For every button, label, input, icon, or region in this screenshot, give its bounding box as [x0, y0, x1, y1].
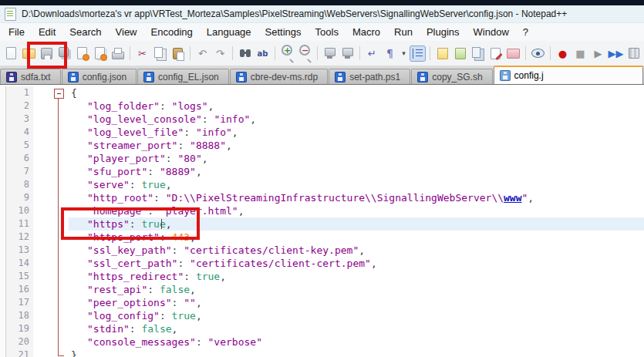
redo-button[interactable]: ↷	[212, 45, 228, 62]
menu-item-language[interactable]: Language	[200, 25, 258, 39]
tab-cbre-dev-ms-rdp[interactable]: cbre-dev-ms.rdp	[230, 69, 328, 84]
code-line-1[interactable]: 1{	[0, 86, 644, 99]
bookmark-margin[interactable]	[33, 322, 54, 335]
code-line-9[interactable]: 9"http_root": "D:\\PixelStreamingInfrast…	[0, 191, 644, 204]
code-text[interactable]: "sfu_port": "8889",	[69, 165, 644, 178]
cut-button[interactable]: ✂	[134, 45, 150, 62]
code-text[interactable]: "log_folder": "logs",	[69, 99, 644, 113]
code-text[interactable]: "ssl_cert_path": "certificates/client-ce…	[69, 257, 644, 270]
edit-document-panel-button[interactable]	[487, 45, 504, 62]
new-file-button[interactable]	[3, 45, 19, 62]
document-switcher-panel-button[interactable]	[470, 45, 486, 62]
code-text[interactable]: "log_config": true,	[69, 309, 644, 322]
code-text[interactable]: "ssl_key_path": "certificates/client-key…	[69, 244, 644, 257]
menu-item-run[interactable]: Run	[387, 25, 420, 39]
code-text[interactable]: "log_level_console": "info",	[69, 113, 644, 126]
code-line-18[interactable]: 18"log_config": true,	[0, 309, 644, 322]
fold-collapse-icon[interactable]	[54, 89, 64, 99]
bookmark-margin[interactable]	[33, 309, 54, 322]
replace-button[interactable]: ab	[255, 45, 271, 62]
bookmark-margin[interactable]	[33, 113, 54, 126]
code-line-4[interactable]: 4"log_level_file": "info",	[0, 126, 644, 139]
close-all-button[interactable]	[92, 45, 108, 62]
menu-item-edit[interactable]: Edit	[32, 25, 62, 39]
document-map-panel-button[interactable]	[452, 45, 468, 62]
bookmark-margin[interactable]	[33, 283, 54, 296]
code-text[interactable]: "stdin": false,	[69, 322, 644, 335]
copy-button[interactable]	[152, 45, 168, 62]
tab-set-path-ps1[interactable]: set-path.ps1	[329, 69, 410, 84]
bookmark-margin[interactable]	[33, 152, 54, 165]
code-text[interactable]: "console_messages": "verbose"	[69, 335, 644, 349]
file-monitoring-button[interactable]	[530, 45, 546, 62]
show-indent-guide-button[interactable]	[410, 45, 426, 62]
bookmark-margin[interactable]	[33, 217, 54, 231]
code-text[interactable]: "serve": true,	[69, 178, 644, 191]
bookmark-margin[interactable]	[33, 99, 54, 113]
menu-item-view[interactable]: View	[109, 25, 144, 39]
paste-button[interactable]	[170, 45, 186, 62]
code-line-15[interactable]: 15"https_redirect": true,	[0, 270, 644, 283]
menu-item-file[interactable]: File	[2, 25, 32, 39]
tab-copy-sg-sh[interactable]: copy_SG.sh	[411, 69, 492, 84]
zoom-out-button[interactable]: −	[297, 43, 313, 64]
code-text[interactable]: "rest_api": false,	[69, 283, 644, 296]
bookmark-margin[interactable]	[33, 257, 54, 270]
code-line-19[interactable]: 19"stdin": false,	[0, 322, 644, 335]
code-text[interactable]: "player_port": "80",	[69, 152, 644, 165]
menu-item-search[interactable]: Search	[62, 25, 108, 39]
bookmark-margin[interactable]	[33, 178, 54, 191]
menu-item-settings[interactable]: Settings	[258, 25, 309, 39]
show-all-characters-button[interactable]: ¶	[382, 45, 398, 62]
code-line-20[interactable]: 20"console_messages": "verbose"	[0, 335, 644, 349]
bookmark-margin[interactable]	[33, 244, 54, 257]
word-wrap-button[interactable]: ↵	[364, 45, 380, 62]
macro-run-multiple-button[interactable]: ▶▶	[608, 45, 624, 62]
bookmark-margin[interactable]	[33, 231, 54, 244]
menu-item-window[interactable]: Window	[467, 25, 516, 39]
bookmark-margin[interactable]	[33, 296, 54, 309]
macro-stop-button[interactable]: ■	[572, 45, 588, 62]
code-text[interactable]: "http_root": "D:\\PixelStreamingInfrastr…	[69, 191, 644, 204]
tab-sdfa-txt[interactable]: sdfa.txt	[0, 69, 61, 84]
menu-item-encoding[interactable]: Encoding	[144, 25, 200, 39]
show-symbol-menu-button[interactable]: ▾	[400, 45, 408, 62]
code-line-16[interactable]: 16"rest_api": false,	[0, 283, 644, 296]
code-text[interactable]: "log_level_file": "info",	[69, 126, 644, 139]
code-line-5[interactable]: 5"streamer_port": "8888",	[0, 139, 644, 152]
bookmark-margin[interactable]	[33, 335, 54, 349]
undo-button[interactable]: ↶	[194, 45, 211, 62]
code-line-2[interactable]: 2"log_folder": "logs",	[0, 99, 644, 113]
code-text[interactable]: "https_redirect": true,	[69, 270, 644, 283]
code-text[interactable]: "peer_options": "",	[69, 296, 644, 309]
tab-config-el-json[interactable]: config_EL.json	[137, 69, 229, 84]
code-line-13[interactable]: 13"ssl_key_path": "certificates/client-k…	[0, 244, 644, 257]
zoom-in-button[interactable]: +	[279, 43, 295, 64]
code-line-7[interactable]: 7"sfu_port": "8889",	[0, 165, 644, 178]
close-button[interactable]	[74, 45, 90, 62]
tab-config-j[interactable]: config.j	[494, 66, 643, 84]
bookmark-margin[interactable]	[33, 126, 54, 139]
bookmark-margin[interactable]	[33, 204, 54, 217]
sync-horizontal-scrolling-button[interactable]	[339, 45, 356, 62]
bookmark-margin[interactable]	[33, 165, 54, 178]
function-list-panel-button[interactable]	[434, 45, 450, 62]
bookmark-margin[interactable]	[33, 270, 54, 283]
bookmark-margin[interactable]	[33, 191, 54, 204]
code-line-21[interactable]: 21}	[0, 349, 644, 357]
bookmark-margin[interactable]	[33, 349, 54, 357]
code-line-14[interactable]: 14"ssl_cert_path": "certificates/client-…	[0, 257, 644, 270]
code-text[interactable]: {	[69, 86, 644, 99]
find-button[interactable]	[237, 45, 253, 62]
folder-as-workspace-panel-button[interactable]	[505, 45, 521, 62]
macro-play-button[interactable]: ▶	[590, 45, 606, 62]
code-line-3[interactable]: 3"log_level_console": "info",	[0, 113, 644, 126]
bookmark-margin[interactable]	[33, 139, 54, 152]
print-button[interactable]	[110, 45, 126, 62]
sync-vertical-scrolling-button[interactable]	[322, 45, 338, 62]
code-line-6[interactable]: 6"player_port": "80",	[0, 152, 644, 165]
menu-item-macro[interactable]: Macro	[346, 25, 387, 39]
code-text[interactable]: "streamer_port": "8888",	[69, 139, 644, 152]
macro-record-button[interactable]: ●	[555, 45, 571, 62]
macro-save-button[interactable]	[625, 45, 642, 62]
